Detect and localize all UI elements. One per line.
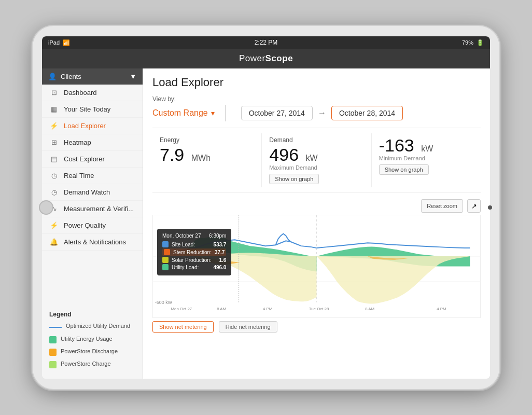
view-by-section: View by: Custom Range ▾ October 27, 2014… [152, 95, 481, 121]
show-on-graph-max-button[interactable]: Show on graph [269, 174, 319, 184]
load-explorer-icon: ⚡ [49, 122, 59, 130]
status-left: iPad 📶 [48, 39, 70, 46]
home-button[interactable] [39, 200, 53, 215]
date-to-box[interactable]: October 28, 2014 [331, 106, 403, 120]
sidebar-item-load-explorer[interactable]: ⚡ Load Explorer [42, 118, 143, 134]
hide-net-metering-button[interactable]: Hide net metering [219, 321, 277, 333]
metering-row: Show net metering Hide net metering [152, 321, 481, 333]
page-title: Load Explorer [152, 76, 481, 89]
ipad-frame: iPad 📶 2:22 PM 79% 🔋 PowerScope 👤 [33, 26, 499, 389]
divider [225, 105, 226, 121]
ipad-screen: iPad 📶 2:22 PM 79% 🔋 PowerScope 👤 [42, 36, 490, 379]
legend-item-powerstore-charge: PowerStore Charge [49, 360, 135, 368]
sidebar-item-label: Heatmap [64, 139, 91, 146]
sidebar-item-heatmap[interactable]: ⊞ Heatmap [42, 134, 143, 151]
sidebar-item-label: Demand Watch [64, 188, 110, 196]
legend-swatch-light-green [49, 361, 57, 368]
legend-label-powerstore-charge: PowerStore Charge [61, 360, 111, 367]
battery-label: 79% [462, 39, 473, 46]
sidebar-item-label: Power Quality [64, 222, 106, 229]
sidebar-item-dashboard[interactable]: ⊡ Dashboard [42, 85, 143, 101]
reset-zoom-button[interactable]: Reset zoom [421, 199, 463, 213]
legend-label-powerstore-discharge: PowerStore Discharge [61, 348, 118, 355]
svg-text:8 AM: 8 AM [217, 307, 226, 311]
metrics-row: Energy 7.9 MWh Demand 496 kW Maximum Dem… [152, 128, 481, 193]
chart-svg: -500 kW Mon Oct 27 8 AM 4 PM Tue Oct 28 … [153, 215, 480, 317]
export-icon: ↗ [471, 202, 477, 210]
svg-text:4 PM: 4 PM [437, 307, 446, 311]
status-time: 2:22 PM [255, 39, 278, 46]
view-by-label: View by: [152, 95, 481, 103]
sidebar-item-label: Measurement & Verifi... [64, 205, 134, 213]
demand-label: Demand [269, 136, 363, 144]
legend-item-powerstore-discharge: PowerStore Discharge [49, 348, 135, 356]
show-on-graph-min-button[interactable]: Show on graph [379, 164, 429, 175]
sidebar-item-label: Dashboard [64, 89, 97, 96]
sidebar-item-alerts[interactable]: 🔔 Alerts & Notifications [42, 234, 143, 251]
date-from-box[interactable]: October 27, 2014 [241, 106, 313, 120]
energy-value: 7.9 MWh [160, 146, 254, 163]
sidebar-item-label: Alerts & Notifications [64, 238, 126, 246]
chart-toolbar: Reset zoom ↗ [152, 199, 481, 213]
side-button [488, 205, 492, 210]
legend-label-optimized: Optimized Utility Demand [66, 322, 130, 329]
status-right: 79% 🔋 [462, 39, 484, 46]
sidebar: 👤 Clients ▼ ⊡ Dashboard ▦ Your Site Toda… [42, 68, 143, 379]
clients-label: Clients [61, 73, 81, 80]
svg-text:-500 kW: -500 kW [155, 300, 173, 305]
metric-demand-max: Demand 496 kW Maximum Demand Show on gra… [262, 133, 371, 187]
status-bar: iPad 📶 2:22 PM 79% 🔋 [42, 36, 490, 49]
wifi-icon: 📶 [63, 39, 70, 46]
dashboard-icon: ⊡ [49, 89, 59, 96]
energy-label: Energy [160, 136, 254, 144]
legend-item-optimized: Optimized Utility Demand [49, 322, 135, 331]
legend-label-utility-energy: Utility Energy Usage [61, 335, 113, 342]
real-time-icon: ◷ [49, 172, 59, 179]
show-net-metering-button[interactable]: Show net metering [152, 321, 214, 333]
date-range-row: October 27, 2014 → October 28, 2014 [241, 106, 403, 120]
sidebar-item-label: Cost Explorer [64, 155, 105, 163]
battery-icon: 🔋 [477, 39, 484, 46]
cost-explorer-icon: ▤ [49, 155, 59, 163]
app-title-bold: Scope [265, 53, 293, 63]
power-quality-icon: ⚡ [49, 222, 59, 229]
svg-text:4 PM: 4 PM [263, 307, 272, 311]
chart-container: Reset zoom ↗ [152, 199, 481, 371]
heatmap-icon: ⊞ [49, 139, 59, 146]
sidebar-item-label: Real Time [64, 172, 94, 179]
legend-line-blue [49, 325, 62, 331]
alerts-icon: 🔔 [49, 238, 59, 246]
date-to-value: October 28, 2014 [339, 109, 395, 117]
export-button[interactable]: ↗ [467, 199, 481, 213]
demand-max-value: 496 kW [269, 146, 363, 163]
demand-min-unit: kW [421, 144, 433, 153]
chart-wrap: -500 kW Mon Oct 27 8 AM 4 PM Tue Oct 28 … [152, 215, 481, 318]
legend-item-utility-energy: Utility Energy Usage [49, 335, 135, 343]
custom-range-label: Custom Range [152, 108, 208, 118]
chevron-down-icon: ▼ [130, 73, 136, 80]
sidebar-item-measurement[interactable]: ∿ Measurement & Verifi... [42, 201, 143, 217]
app-title-light: Power [239, 53, 265, 63]
demand-watch-icon: ◷ [49, 188, 59, 196]
view-by-row: Custom Range ▾ October 27, 2014 → Octobe… [152, 105, 481, 121]
date-from-value: October 27, 2014 [249, 109, 305, 117]
sidebar-item-power-quality[interactable]: ⚡ Power Quality [42, 217, 143, 234]
app-body: 👤 Clients ▼ ⊡ Dashboard ▦ Your Site Toda… [42, 68, 490, 379]
energy-unit: MWh [191, 154, 211, 162]
main-content: Load Explorer View by: Custom Range ▾ Oc… [143, 68, 490, 379]
sidebar-legend: Legend Optimized Utility Demand Utility … [42, 305, 143, 379]
sidebar-item-real-time[interactable]: ◷ Real Time [42, 168, 143, 184]
sidebar-item-demand-watch[interactable]: ◷ Demand Watch [42, 184, 143, 201]
app-title: PowerScope [239, 53, 293, 64]
date-arrow-icon: → [318, 108, 326, 118]
clients-dropdown[interactable]: 👤 Clients ▼ [42, 68, 143, 85]
chevron-down-icon: ▾ [211, 109, 215, 117]
svg-text:Mon Oct 27: Mon Oct 27 [171, 307, 192, 311]
sidebar-item-your-site-today[interactable]: ▦ Your Site Today [42, 101, 143, 118]
sidebar-item-cost-explorer[interactable]: ▤ Cost Explorer [42, 151, 143, 168]
sidebar-item-label: Your Site Today [64, 105, 110, 113]
metric-demand-min: -163 kW Minimum Demand Show on graph [372, 133, 481, 187]
demand-min-sub: Minimum Demand [379, 155, 473, 161]
site-today-icon: ▦ [49, 105, 59, 113]
custom-range-button[interactable]: Custom Range ▾ [152, 108, 215, 118]
